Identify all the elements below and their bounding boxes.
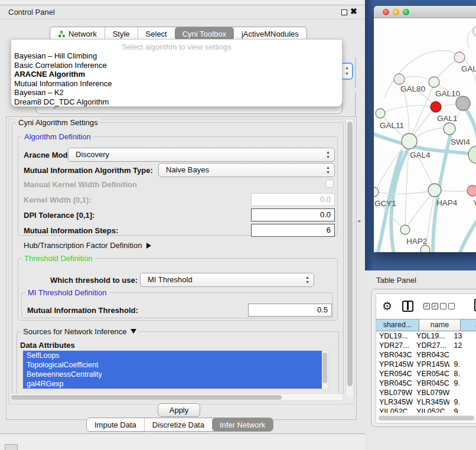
algorithm-option[interactable]: Mutual Information Inference (11, 79, 342, 89)
tab-style[interactable]: Style (105, 27, 138, 40)
table-row[interactable]: YBL079WYBL079W (376, 388, 476, 397)
table-row[interactable]: YDL19...YDL19...13 (376, 331, 476, 341)
network-node[interactable] (428, 184, 441, 197)
network-window-titlebar[interactable] (374, 6, 476, 18)
tab-infer-network[interactable]: Infer Network (212, 418, 273, 431)
window-minimize-icon[interactable] (393, 9, 399, 15)
table-row[interactable]: YER054CYER054C8. (376, 369, 476, 379)
attribute-list-item[interactable]: TopologicalCoefficient (23, 360, 328, 370)
algorithm-option[interactable]: Basic Correlation Inference (11, 61, 342, 70)
algorithm-option[interactable]: Bayesian – K2 (11, 88, 342, 97)
table-row[interactable]: YPR145WYPR145W9. (376, 360, 476, 369)
tab-impute-data[interactable]: Impute Data (87, 418, 144, 431)
table-row[interactable]: YBR045CYBR045C9. (376, 379, 476, 388)
scrollbar-thumb[interactable] (347, 122, 353, 386)
combo-arrows-icon: ▲▼ (326, 165, 330, 175)
dpi-tolerance-field[interactable]: 0.0 (251, 208, 335, 221)
sources-group-title: Sources for Network Inference (23, 327, 127, 336)
tab-cyni-toolbox[interactable]: Cyni Toolbox (175, 27, 234, 40)
manual-kernel-label: Manual Kernel Width Definition (24, 180, 137, 189)
table-cell: YPR145W (376, 360, 413, 369)
table-cell: YIL052C (413, 407, 449, 413)
algorithm-definition-title: Algorithm Definition (22, 132, 93, 141)
network-node[interactable] (467, 185, 476, 196)
table-horizontal-scrollbar[interactable] (377, 415, 476, 421)
algorithm-option[interactable]: Dream8 DC_TDC Algorithm (11, 97, 342, 107)
network-node[interactable] (456, 96, 470, 110)
tab-jactivemnodules[interactable]: jActiveMNodules (234, 27, 307, 40)
which-threshold-combo[interactable]: MI Threshold ▲▼ (140, 273, 314, 287)
network-node[interactable] (420, 245, 430, 252)
checked-box-icon: ✓ (423, 303, 430, 309)
tab-network[interactable]: Network (50, 27, 105, 40)
tab-select[interactable]: Select (138, 27, 175, 40)
settings-vertical-scrollbar[interactable] (345, 119, 353, 397)
scrollbar-thumb[interactable] (322, 353, 327, 383)
network-node[interactable] (394, 74, 405, 84)
float-panel-icon[interactable] (341, 9, 347, 15)
network-node[interactable] (473, 26, 476, 37)
select-all-columns-button[interactable]: ✓ ✓ (423, 303, 438, 309)
column-header[interactable]: shared... (376, 319, 419, 331)
algorithm-dropdown-popup: Select algorithm to view settings Bayesi… (11, 39, 343, 107)
tab-discretize-data[interactable]: Discretize Data (144, 418, 212, 431)
table-row[interactable]: YIL052CYIL052C9. (376, 407, 476, 413)
network-node[interactable] (454, 52, 465, 63)
node-label: GAL11 (380, 121, 404, 130)
aracne-mode-combo[interactable]: Discovery ▲▼ (68, 148, 335, 162)
gear-icon[interactable]: ⚙ (382, 299, 392, 313)
algorithm-combo-stepper[interactable]: ▲ ▼ (341, 63, 353, 80)
table-cell: YPR145W (413, 360, 449, 369)
network-node[interactable] (402, 133, 417, 149)
hub-definition-toggle[interactable]: Hub/Transcription Factor Definition (24, 241, 151, 250)
checked-box-icon: ✓ (432, 303, 438, 309)
network-node[interactable] (429, 77, 439, 87)
network-node[interactable] (400, 225, 410, 234)
unchecked-box-icon (440, 303, 446, 309)
kernel-width-field[interactable]: 0.0 (251, 193, 335, 206)
table-row[interactable]: YLR345WYLR345W9. (376, 397, 476, 407)
attribute-list-item[interactable]: SelfLoops (23, 351, 328, 360)
mi-threshold-field[interactable]: 0.5 (248, 304, 332, 317)
algorithm-option[interactable]: Bayesian – Hill Climbing (11, 51, 342, 61)
network-edge (459, 205, 476, 252)
minimized-panel-icon[interactable] (5, 444, 18, 450)
apply-button[interactable]: Apply (158, 403, 200, 417)
settings-horizontal-scrollbar[interactable] (9, 393, 344, 401)
deselect-all-columns-button[interactable] (440, 303, 455, 309)
scrollbar-thumb[interactable] (379, 416, 474, 420)
mi-steps-field[interactable]: 6 (251, 224, 335, 237)
attribute-list-item[interactable]: BetweennessCentrality (23, 370, 328, 379)
scrollbar-thumb[interactable] (11, 395, 282, 400)
window-zoom-icon[interactable] (403, 9, 409, 15)
network-canvas[interactable]: GALGAL80GAL10GAL1GAL11SWI4GAL4GCY1HAP4YH… (374, 18, 476, 252)
sources-group-toggle[interactable]: Sources for Network Inference (21, 327, 139, 336)
attribute-list-scrollbar[interactable] (322, 351, 328, 389)
split-pane-collapse-icon[interactable]: ◂ (357, 217, 360, 224)
column-header[interactable]: name (419, 319, 461, 331)
network-node[interactable] (374, 187, 379, 197)
table-panel-title: Table Panel (376, 276, 416, 285)
attribute-list-item[interactable]: gal4RGexp (23, 379, 328, 389)
close-panel-icon[interactable]: ✖ (350, 6, 357, 16)
column-header[interactable]: A (461, 319, 476, 331)
tab-label: jActiveMNodules (242, 30, 299, 38)
algorithm-dropdown-prompt: Select algorithm to view settings (11, 40, 342, 51)
table-row[interactable]: YDR27...YDR27...12 (376, 341, 476, 350)
network-node[interactable] (431, 102, 441, 112)
network-node[interactable] (444, 123, 455, 135)
table-row[interactable]: YBR043CYBR043C (376, 350, 476, 360)
network-graph: GALGAL80GAL10GAL1GAL11SWI4GAL4GCY1HAP4YH… (374, 18, 476, 252)
network-node[interactable] (468, 146, 476, 164)
table-cell: YBR045C (376, 379, 413, 388)
network-node[interactable] (376, 109, 385, 118)
manual-kernel-checkbox[interactable] (325, 180, 334, 188)
tab-label: Infer Network (220, 420, 265, 429)
network-view-window[interactable]: GALGAL80GAL10GAL1GAL11SWI4GAL4GCY1HAP4YH… (374, 6, 476, 252)
algorithm-option[interactable]: ARACNE Algorithm (11, 70, 342, 79)
mi-type-combo[interactable]: Naive Bayes ▲▼ (158, 163, 335, 177)
node-label: GAL10 (435, 89, 460, 98)
window-close-icon[interactable] (383, 9, 389, 15)
split-columns-icon[interactable] (402, 301, 413, 312)
threshold-definition-title: Threshold Definition (22, 254, 95, 263)
